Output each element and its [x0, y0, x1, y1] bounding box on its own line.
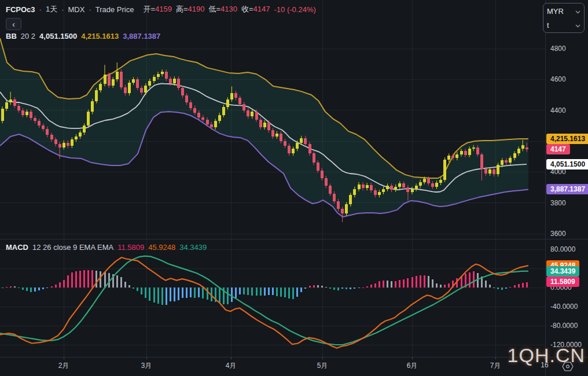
unit-value: t — [547, 21, 549, 30]
currency-value: MYR — [547, 7, 564, 16]
ohlc-high: 高=4190 — [176, 4, 205, 14]
macd-hist-value: 11.5809 — [117, 243, 144, 252]
exchange-label: MDX — [68, 5, 85, 14]
series-type-label: Trade Price — [95, 5, 134, 14]
separator-dot: · — [39, 5, 42, 14]
settings-gear-icon[interactable] — [562, 362, 574, 374]
price-axis-label: 3600 — [550, 230, 566, 238]
macd-axis-label: -80.0000 — [550, 322, 578, 330]
price-axis-label: 4600 — [550, 75, 566, 83]
price-axis-badge: 4147 — [546, 144, 570, 154]
interval-label: 1天 — [46, 4, 57, 14]
macd-axis-label: -40.0000 — [550, 303, 578, 311]
time-axis-label: 5月 — [310, 361, 335, 371]
ohlc-low: 低=4130 — [208, 4, 237, 14]
separator-dot: · — [61, 5, 64, 14]
symbol-name: FCPOc3 — [6, 5, 35, 14]
bb-upper-value: 4,215.1613 — [81, 32, 119, 40]
ohlc-open: 开=4159 — [143, 4, 172, 14]
bb-indicator-legend[interactable]: BB 20 2 4,051.1500 4,215.1613 3,887.1387 — [6, 32, 160, 40]
price-axis-label: 4800 — [550, 45, 566, 53]
trading-chart-app: FCPOc3 · 1天 · MDX · Trade Price 开=4159 高… — [0, 0, 588, 376]
price-axis-label: 3800 — [550, 199, 566, 207]
axis-unit-selector: MYR t — [543, 3, 585, 33]
main-chart[interactable] — [0, 0, 588, 376]
price-axis-label: 4400 — [550, 106, 566, 115]
time-axis-label: 4月 — [218, 361, 244, 371]
macd-indicator-legend[interactable]: MACD 12 26 close 9 EMA EMA 11.5809 45.92… — [6, 243, 207, 252]
bb-params: 20 2 — [21, 32, 35, 40]
currency-dropdown[interactable]: MYR — [547, 4, 580, 18]
chevron-down-icon — [575, 7, 580, 16]
unit-dropdown[interactable]: t — [547, 18, 580, 32]
macd-line-value: 45.9248 — [148, 243, 175, 252]
macd-name: MACD — [6, 243, 28, 252]
time-axis-label: 3月 — [134, 361, 159, 371]
macd-axis-badge: 34.3439 — [546, 266, 579, 277]
macd-axis-label: 80.0000 — [550, 245, 575, 253]
macd-signal-value: 34.3439 — [179, 243, 207, 252]
price-axis-badge: 4,051.1500 — [546, 159, 588, 169]
macd-axis-badge: 11.5809 — [546, 277, 579, 287]
price-axis-badge: 4,215.1613 — [546, 134, 588, 144]
bb-basis-value: 4,051.1500 — [39, 32, 77, 40]
ohlc-close: 收=4147 — [241, 4, 270, 14]
macd-params: 12 26 close 9 EMA EMA — [32, 243, 113, 252]
symbol-legend[interactable]: FCPOc3 · 1天 · MDX · Trade Price 开=4159 高… — [6, 4, 316, 14]
change-value: -10 (-0.24%) — [274, 5, 316, 14]
time-axis-label: 2月 — [51, 361, 76, 371]
time-axis-label: 6月 — [399, 361, 425, 371]
time-axis-label: 7月 — [483, 361, 508, 371]
bb-lower-value: 3,887.1387 — [123, 32, 160, 40]
back-button[interactable]: ‹ — [6, 18, 21, 30]
bb-name: BB — [6, 32, 17, 40]
chevron-down-icon — [575, 21, 580, 30]
separator-dot: · — [89, 5, 91, 14]
price-axis-badge: 3,887.1387 — [546, 184, 588, 194]
